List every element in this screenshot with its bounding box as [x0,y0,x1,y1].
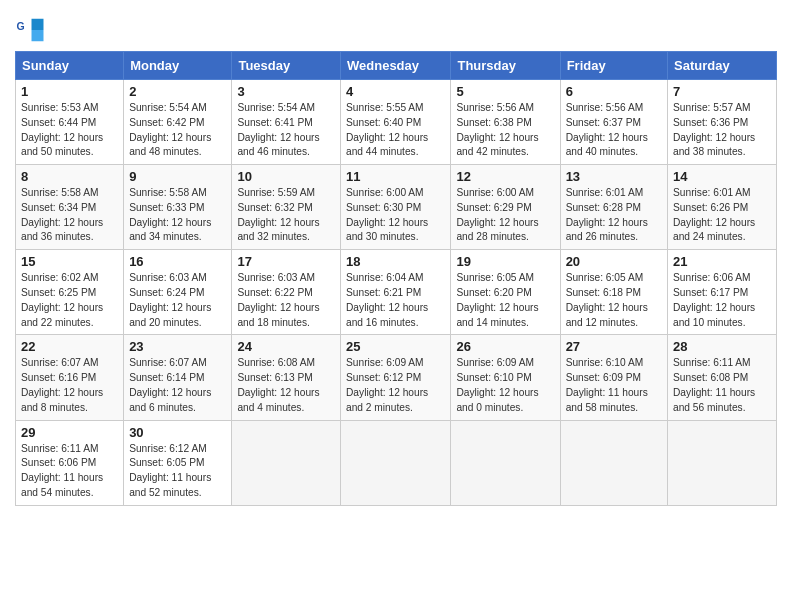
calendar-table: SundayMondayTuesdayWednesdayThursdayFrid… [15,51,777,506]
calendar-cell: 16Sunrise: 6:03 AMSunset: 6:24 PMDayligh… [124,250,232,335]
cell-info: Sunrise: 6:00 AMSunset: 6:29 PMDaylight:… [456,187,538,242]
calendar-cell [232,420,341,505]
cell-info: Sunrise: 6:04 AMSunset: 6:21 PMDaylight:… [346,272,428,327]
calendar-cell: 10Sunrise: 5:59 AMSunset: 6:32 PMDayligh… [232,165,341,250]
cell-info: Sunrise: 6:03 AMSunset: 6:24 PMDaylight:… [129,272,211,327]
day-number: 11 [346,169,445,184]
cell-info: Sunrise: 6:07 AMSunset: 6:14 PMDaylight:… [129,357,211,412]
calendar-cell [560,420,667,505]
cell-info: Sunrise: 5:58 AMSunset: 6:33 PMDaylight:… [129,187,211,242]
day-number: 7 [673,84,771,99]
day-number: 19 [456,254,554,269]
calendar-cell: 29Sunrise: 6:11 AMSunset: 6:06 PMDayligh… [16,420,124,505]
calendar-week-3: 15Sunrise: 6:02 AMSunset: 6:25 PMDayligh… [16,250,777,335]
calendar-week-1: 1Sunrise: 5:53 AMSunset: 6:44 PMDaylight… [16,80,777,165]
svg-marker-1 [32,19,44,30]
calendar-cell: 13Sunrise: 6:01 AMSunset: 6:28 PMDayligh… [560,165,667,250]
svg-marker-2 [32,30,44,41]
cell-info: Sunrise: 6:07 AMSunset: 6:16 PMDaylight:… [21,357,103,412]
day-number: 29 [21,425,118,440]
page-header: G [15,10,777,45]
cell-info: Sunrise: 5:57 AMSunset: 6:36 PMDaylight:… [673,102,755,157]
cell-info: Sunrise: 6:03 AMSunset: 6:22 PMDaylight:… [237,272,319,327]
cell-info: Sunrise: 5:53 AMSunset: 6:44 PMDaylight:… [21,102,103,157]
calendar-header-row: SundayMondayTuesdayWednesdayThursdayFrid… [16,52,777,80]
cell-info: Sunrise: 5:58 AMSunset: 6:34 PMDaylight:… [21,187,103,242]
day-header-thursday: Thursday [451,52,560,80]
calendar-cell: 26Sunrise: 6:09 AMSunset: 6:10 PMDayligh… [451,335,560,420]
calendar-cell: 2Sunrise: 5:54 AMSunset: 6:42 PMDaylight… [124,80,232,165]
day-number: 23 [129,339,226,354]
day-number: 26 [456,339,554,354]
cell-info: Sunrise: 5:55 AMSunset: 6:40 PMDaylight:… [346,102,428,157]
calendar-cell: 27Sunrise: 6:10 AMSunset: 6:09 PMDayligh… [560,335,667,420]
calendar-cell: 7Sunrise: 5:57 AMSunset: 6:36 PMDaylight… [668,80,777,165]
cell-info: Sunrise: 6:11 AMSunset: 6:06 PMDaylight:… [21,443,103,498]
calendar-cell: 28Sunrise: 6:11 AMSunset: 6:08 PMDayligh… [668,335,777,420]
day-number: 25 [346,339,445,354]
calendar-cell: 9Sunrise: 5:58 AMSunset: 6:33 PMDaylight… [124,165,232,250]
calendar-cell: 4Sunrise: 5:55 AMSunset: 6:40 PMDaylight… [341,80,451,165]
cell-info: Sunrise: 5:56 AMSunset: 6:37 PMDaylight:… [566,102,648,157]
calendar-cell: 22Sunrise: 6:07 AMSunset: 6:16 PMDayligh… [16,335,124,420]
day-number: 12 [456,169,554,184]
day-number: 17 [237,254,335,269]
day-header-saturday: Saturday [668,52,777,80]
day-number: 28 [673,339,771,354]
day-header-sunday: Sunday [16,52,124,80]
cell-info: Sunrise: 6:08 AMSunset: 6:13 PMDaylight:… [237,357,319,412]
calendar-cell: 20Sunrise: 6:05 AMSunset: 6:18 PMDayligh… [560,250,667,335]
calendar-cell: 21Sunrise: 6:06 AMSunset: 6:17 PMDayligh… [668,250,777,335]
cell-info: Sunrise: 6:05 AMSunset: 6:20 PMDaylight:… [456,272,538,327]
cell-info: Sunrise: 6:00 AMSunset: 6:30 PMDaylight:… [346,187,428,242]
day-number: 1 [21,84,118,99]
cell-info: Sunrise: 6:10 AMSunset: 6:09 PMDaylight:… [566,357,648,412]
calendar-cell: 12Sunrise: 6:00 AMSunset: 6:29 PMDayligh… [451,165,560,250]
calendar-cell [341,420,451,505]
day-number: 4 [346,84,445,99]
calendar-week-2: 8Sunrise: 5:58 AMSunset: 6:34 PMDaylight… [16,165,777,250]
cell-info: Sunrise: 6:01 AMSunset: 6:26 PMDaylight:… [673,187,755,242]
day-number: 9 [129,169,226,184]
day-number: 14 [673,169,771,184]
day-number: 5 [456,84,554,99]
day-number: 18 [346,254,445,269]
day-header-wednesday: Wednesday [341,52,451,80]
day-number: 8 [21,169,118,184]
calendar-cell: 18Sunrise: 6:04 AMSunset: 6:21 PMDayligh… [341,250,451,335]
day-number: 13 [566,169,662,184]
logo-icon: G [15,15,45,45]
calendar-cell: 1Sunrise: 5:53 AMSunset: 6:44 PMDaylight… [16,80,124,165]
calendar-week-5: 29Sunrise: 6:11 AMSunset: 6:06 PMDayligh… [16,420,777,505]
cell-info: Sunrise: 6:05 AMSunset: 6:18 PMDaylight:… [566,272,648,327]
calendar-cell: 23Sunrise: 6:07 AMSunset: 6:14 PMDayligh… [124,335,232,420]
cell-info: Sunrise: 6:11 AMSunset: 6:08 PMDaylight:… [673,357,755,412]
calendar-cell: 8Sunrise: 5:58 AMSunset: 6:34 PMDaylight… [16,165,124,250]
cell-info: Sunrise: 6:01 AMSunset: 6:28 PMDaylight:… [566,187,648,242]
cell-info: Sunrise: 6:09 AMSunset: 6:12 PMDaylight:… [346,357,428,412]
calendar-cell: 11Sunrise: 6:00 AMSunset: 6:30 PMDayligh… [341,165,451,250]
day-number: 6 [566,84,662,99]
cell-info: Sunrise: 6:02 AMSunset: 6:25 PMDaylight:… [21,272,103,327]
calendar-cell: 14Sunrise: 6:01 AMSunset: 6:26 PMDayligh… [668,165,777,250]
cell-info: Sunrise: 5:54 AMSunset: 6:41 PMDaylight:… [237,102,319,157]
cell-info: Sunrise: 5:54 AMSunset: 6:42 PMDaylight:… [129,102,211,157]
logo: G [15,15,49,45]
day-number: 15 [21,254,118,269]
day-number: 16 [129,254,226,269]
cell-info: Sunrise: 6:06 AMSunset: 6:17 PMDaylight:… [673,272,755,327]
day-header-monday: Monday [124,52,232,80]
calendar-cell: 24Sunrise: 6:08 AMSunset: 6:13 PMDayligh… [232,335,341,420]
day-number: 30 [129,425,226,440]
day-number: 27 [566,339,662,354]
day-number: 2 [129,84,226,99]
day-number: 3 [237,84,335,99]
calendar-cell: 25Sunrise: 6:09 AMSunset: 6:12 PMDayligh… [341,335,451,420]
day-number: 22 [21,339,118,354]
calendar-cell [668,420,777,505]
calendar-cell [451,420,560,505]
day-number: 10 [237,169,335,184]
svg-text:G: G [17,20,25,32]
cell-info: Sunrise: 5:56 AMSunset: 6:38 PMDaylight:… [456,102,538,157]
calendar-cell: 19Sunrise: 6:05 AMSunset: 6:20 PMDayligh… [451,250,560,335]
